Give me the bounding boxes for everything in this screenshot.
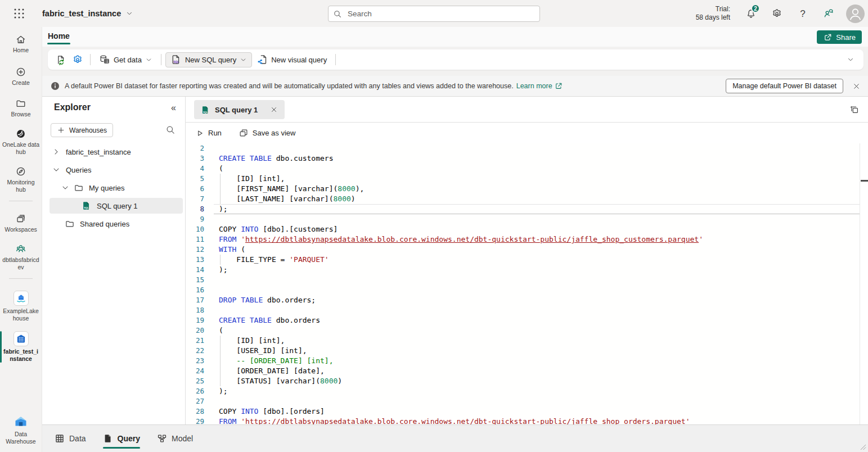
tree-item-shared-queries[interactable]: Shared queries — [50, 216, 183, 232]
code-line[interactable]: 17DROP TABLE dbo.orders; — [186, 295, 868, 305]
rail-divider — [9, 278, 33, 279]
line-number: 23 — [186, 356, 214, 366]
feedback-button[interactable] — [819, 4, 838, 23]
line-number: 19 — [186, 315, 214, 326]
tab-home[interactable]: Home — [47, 30, 70, 44]
ribbon-settings-button[interactable] — [69, 52, 86, 67]
explorer-search-icon[interactable] — [165, 125, 176, 135]
code-line[interactable]: 22 [USER_ID] [int], — [186, 346, 868, 356]
save-as-view-button[interactable]: Save as view — [239, 128, 296, 138]
code-line[interactable]: 10COPY INTO [dbo].[customers] — [186, 224, 868, 234]
trial-days-left: 58 days left — [696, 13, 730, 22]
rail-item-monitoring[interactable]: Monitoring hub — [0, 164, 42, 196]
chevron-down-icon — [240, 56, 247, 64]
code-line[interactable]: 4( — [186, 164, 868, 174]
code-line[interactable]: 28COPY INTO [dbo].[orders] — [186, 406, 868, 417]
close-tab-icon[interactable] — [270, 106, 278, 114]
code-line[interactable]: 6 [FIRST_NAME] [varchar](8000), — [186, 184, 868, 194]
code-line[interactable]: 19CREATE TABLE dbo.orders — [186, 315, 868, 326]
rail-item-home[interactable]: Home — [0, 31, 42, 56]
line-number: 20 — [186, 326, 214, 336]
save-as-view-icon — [239, 128, 249, 138]
home-icon — [15, 34, 26, 45]
help-button[interactable]: ? — [793, 4, 812, 23]
line-number: 24 — [186, 366, 214, 376]
learn-more-link[interactable]: Learn more — [516, 82, 563, 90]
rail-item-label: fabric_test_instance — [2, 348, 40, 363]
code-line[interactable]: 18 — [186, 305, 868, 315]
copy-icon[interactable] — [849, 105, 860, 115]
bottom-tab-data[interactable]: Data — [55, 425, 86, 452]
rail-item-workspaces[interactable]: Workspaces — [0, 211, 42, 236]
app-launcher-icon[interactable] — [12, 7, 26, 20]
editor-scrollbar[interactable] — [860, 143, 868, 424]
search-input[interactable] — [347, 9, 535, 19]
chevron-down-icon — [847, 56, 854, 64]
tree-item-fabric-test-instance[interactable]: fabric_test_instance — [50, 144, 183, 160]
chevron-down-icon[interactable] — [61, 183, 70, 192]
get-data-button[interactable]: Get data — [95, 52, 157, 67]
rail-item-data-warehouse[interactable]: Data Warehouse — [0, 412, 42, 448]
share-button[interactable]: Share — [817, 30, 862, 44]
bottom-tab-query[interactable]: Query — [103, 425, 140, 452]
rail-item-fabric-test-instance[interactable]: fabric_test_instance — [0, 329, 42, 365]
code-line[interactable]: 12WITH ( — [186, 245, 868, 255]
code-line[interactable]: 24 [ORDER_DATE] [date], — [186, 366, 868, 376]
refresh-doc-button[interactable] — [52, 52, 69, 67]
main-area: Explorer « Warehouses fabric_test_instan… — [42, 97, 868, 424]
rail-item-onelake[interactable]: OneLake data hub — [0, 126, 42, 158]
notifications-button[interactable]: 2 — [741, 4, 761, 23]
bottom-tab-model[interactable]: Model — [157, 425, 193, 452]
tree-item-queries[interactable]: Queries — [50, 162, 183, 178]
tab-sql-query-1[interactable]: SQL SQL query 1 — [194, 100, 285, 119]
global-search[interactable] — [328, 6, 540, 22]
code-line[interactable]: 8); — [186, 204, 868, 214]
bottom-tabs: DataQueryModel — [55, 425, 210, 452]
code-line[interactable]: 14); — [186, 265, 868, 275]
code-line[interactable]: 13 FILE_TYPE = 'PARQUET' — [186, 255, 868, 265]
rail-item-browse[interactable]: Browse — [0, 96, 42, 120]
rail-item-create[interactable]: Create — [0, 64, 42, 89]
code-line[interactable]: 3CREATE TABLE dbo.customers — [186, 153, 868, 164]
sql-editor[interactable]: 23CREATE TABLE dbo.customers4(5 [ID] [in… — [186, 143, 868, 424]
run-button[interactable]: Run — [195, 129, 222, 138]
new-visual-query-button[interactable]: New visual query — [252, 52, 331, 67]
tree-item-sql-query-1[interactable]: SQLSQL query 1 — [50, 198, 183, 214]
chevron-down-icon[interactable] — [52, 165, 61, 174]
code-line[interactable]: 2 — [186, 143, 868, 153]
code-line[interactable]: 26); — [186, 386, 868, 396]
chevron-right-icon[interactable] — [52, 147, 61, 156]
workspace-name: fabric_test_instance — [42, 9, 121, 18]
new-sql-query-button[interactable]: SQL New SQL query — [165, 52, 252, 67]
add-warehouses-button[interactable]: Warehouses — [51, 123, 113, 137]
help-icon: ? — [800, 9, 805, 19]
tree-item-label: My queries — [89, 184, 125, 192]
code-line[interactable]: 7 [LAST_NAME] [varchar](8000) — [186, 194, 868, 204]
settings-button[interactable] — [767, 4, 786, 23]
code-line[interactable]: 25 [STATUS] [varchar](8000) — [186, 376, 868, 386]
ribbon-collapse-button[interactable] — [842, 52, 859, 67]
rail-item-dbtlabsfabricdev[interactable]: dbtlabsfabricdev — [0, 241, 42, 273]
code-content: [ORDER_DATE] [date], — [214, 366, 868, 376]
workspace-switcher[interactable]: fabric_test_instance — [42, 0, 133, 27]
ribbon-row: Get data SQL New SQL query New visual qu… — [42, 47, 868, 76]
rail-item-examplelakehouse[interactable]: ExampleLakehouse — [0, 288, 42, 324]
manage-dataset-button[interactable]: Manage default Power BI dataset — [726, 79, 843, 93]
resize-grip-icon[interactable] — [860, 444, 866, 450]
tree-item-my-queries[interactable]: My queries — [50, 180, 183, 196]
code-line[interactable]: 27 — [186, 396, 868, 406]
code-line[interactable]: 11FROM 'https://dbtlabsynapsedatalake.bl… — [186, 234, 868, 245]
collapse-panel-icon[interactable]: « — [171, 103, 176, 113]
code-line[interactable]: 21 [ID] [int], — [186, 336, 868, 346]
code-line[interactable]: 9 — [186, 214, 868, 224]
chevron-down-icon — [125, 10, 133, 17]
code-line[interactable]: 5 [ID] [int], — [186, 174, 868, 184]
code-line[interactable]: 16 — [186, 285, 868, 295]
code-line[interactable]: 20( — [186, 326, 868, 336]
explorer-tree: fabric_test_instanceQueriesMy queriesSQL… — [42, 144, 185, 234]
code-line[interactable]: 29FROM 'https://dbtlabsynapsedatalake.bl… — [186, 417, 868, 424]
code-line[interactable]: 23 -- [ORDER_DATE] [int], — [186, 356, 868, 366]
banner-close-button[interactable] — [848, 78, 865, 94]
code-line[interactable]: 15 — [186, 275, 868, 285]
account-avatar[interactable] — [846, 4, 865, 23]
